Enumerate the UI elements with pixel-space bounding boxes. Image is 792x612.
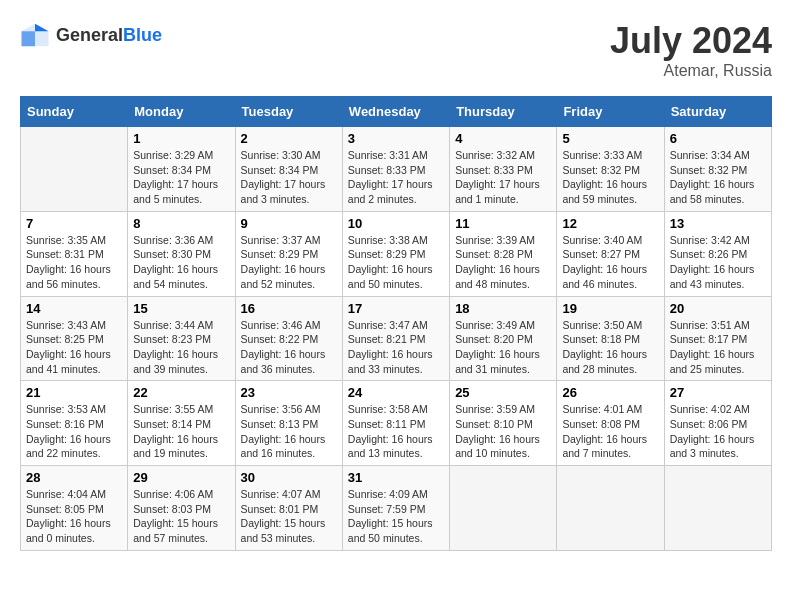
sunrise-text: Sunrise: 3:29 AM (133, 149, 213, 161)
day-number: 12 (562, 216, 658, 231)
calendar-cell: 29 Sunrise: 4:06 AM Sunset: 8:03 PM Dayl… (128, 466, 235, 551)
sunrise-text: Sunrise: 3:38 AM (348, 234, 428, 246)
sunrise-text: Sunrise: 4:06 AM (133, 488, 213, 500)
day-number: 11 (455, 216, 551, 231)
calendar-cell: 7 Sunrise: 3:35 AM Sunset: 8:31 PM Dayli… (21, 211, 128, 296)
day-number: 27 (670, 385, 766, 400)
calendar-cell: 5 Sunrise: 3:33 AM Sunset: 8:32 PM Dayli… (557, 127, 664, 212)
day-number: 3 (348, 131, 444, 146)
logo-text: GeneralBlue (56, 25, 162, 46)
daylight-text: Daylight: 16 hours and 0 minutes. (26, 517, 111, 544)
calendar-table: SundayMondayTuesdayWednesdayThursdayFrid… (20, 96, 772, 551)
page-header: GeneralBlue July 2024 Atemar, Russia (20, 20, 772, 80)
day-info: Sunrise: 4:01 AM Sunset: 8:08 PM Dayligh… (562, 402, 658, 461)
calendar-cell: 2 Sunrise: 3:30 AM Sunset: 8:34 PM Dayli… (235, 127, 342, 212)
daylight-text: Daylight: 16 hours and 19 minutes. (133, 433, 218, 460)
day-info: Sunrise: 3:36 AM Sunset: 8:30 PM Dayligh… (133, 233, 229, 292)
daylight-text: Daylight: 16 hours and 16 minutes. (241, 433, 326, 460)
day-number: 26 (562, 385, 658, 400)
day-info: Sunrise: 3:56 AM Sunset: 8:13 PM Dayligh… (241, 402, 337, 461)
calendar-cell: 14 Sunrise: 3:43 AM Sunset: 8:25 PM Dayl… (21, 296, 128, 381)
calendar-cell: 12 Sunrise: 3:40 AM Sunset: 8:27 PM Dayl… (557, 211, 664, 296)
sunset-text: Sunset: 8:33 PM (348, 164, 426, 176)
calendar-week-row: 1 Sunrise: 3:29 AM Sunset: 8:34 PM Dayli… (21, 127, 772, 212)
calendar-cell: 9 Sunrise: 3:37 AM Sunset: 8:29 PM Dayli… (235, 211, 342, 296)
day-number: 24 (348, 385, 444, 400)
daylight-text: Daylight: 16 hours and 13 minutes. (348, 433, 433, 460)
day-info: Sunrise: 3:34 AM Sunset: 8:32 PM Dayligh… (670, 148, 766, 207)
sunrise-text: Sunrise: 3:56 AM (241, 403, 321, 415)
day-info: Sunrise: 3:53 AM Sunset: 8:16 PM Dayligh… (26, 402, 122, 461)
day-number: 31 (348, 470, 444, 485)
day-info: Sunrise: 3:30 AM Sunset: 8:34 PM Dayligh… (241, 148, 337, 207)
calendar-cell: 23 Sunrise: 3:56 AM Sunset: 8:13 PM Dayl… (235, 381, 342, 466)
daylight-text: Daylight: 16 hours and 10 minutes. (455, 433, 540, 460)
day-number: 15 (133, 301, 229, 316)
sunset-text: Sunset: 8:20 PM (455, 333, 533, 345)
day-info: Sunrise: 3:37 AM Sunset: 8:29 PM Dayligh… (241, 233, 337, 292)
day-info: Sunrise: 3:50 AM Sunset: 8:18 PM Dayligh… (562, 318, 658, 377)
calendar-week-row: 28 Sunrise: 4:04 AM Sunset: 8:05 PM Dayl… (21, 466, 772, 551)
day-info: Sunrise: 4:09 AM Sunset: 7:59 PM Dayligh… (348, 487, 444, 546)
sunset-text: Sunset: 8:32 PM (670, 164, 748, 176)
sunrise-text: Sunrise: 3:34 AM (670, 149, 750, 161)
sunrise-text: Sunrise: 3:31 AM (348, 149, 428, 161)
calendar-cell: 3 Sunrise: 3:31 AM Sunset: 8:33 PM Dayli… (342, 127, 449, 212)
daylight-text: Daylight: 16 hours and 7 minutes. (562, 433, 647, 460)
day-info: Sunrise: 4:02 AM Sunset: 8:06 PM Dayligh… (670, 402, 766, 461)
daylight-text: Daylight: 15 hours and 57 minutes. (133, 517, 218, 544)
calendar-cell: 22 Sunrise: 3:55 AM Sunset: 8:14 PM Dayl… (128, 381, 235, 466)
calendar-cell: 1 Sunrise: 3:29 AM Sunset: 8:34 PM Dayli… (128, 127, 235, 212)
calendar-cell: 26 Sunrise: 4:01 AM Sunset: 8:08 PM Dayl… (557, 381, 664, 466)
calendar-cell: 27 Sunrise: 4:02 AM Sunset: 8:06 PM Dayl… (664, 381, 771, 466)
calendar-cell (450, 466, 557, 551)
daylight-text: Daylight: 16 hours and 33 minutes. (348, 348, 433, 375)
daylight-text: Daylight: 16 hours and 50 minutes. (348, 263, 433, 290)
daylight-text: Daylight: 16 hours and 43 minutes. (670, 263, 755, 290)
sunset-text: Sunset: 8:08 PM (562, 418, 640, 430)
daylight-text: Daylight: 16 hours and 46 minutes. (562, 263, 647, 290)
day-info: Sunrise: 3:35 AM Sunset: 8:31 PM Dayligh… (26, 233, 122, 292)
day-info: Sunrise: 3:51 AM Sunset: 8:17 PM Dayligh… (670, 318, 766, 377)
day-info: Sunrise: 3:32 AM Sunset: 8:33 PM Dayligh… (455, 148, 551, 207)
sunrise-text: Sunrise: 3:30 AM (241, 149, 321, 161)
svg-marker-1 (35, 24, 49, 32)
day-number: 21 (26, 385, 122, 400)
sunrise-text: Sunrise: 3:36 AM (133, 234, 213, 246)
daylight-text: Daylight: 17 hours and 1 minute. (455, 178, 540, 205)
sunset-text: Sunset: 8:34 PM (241, 164, 319, 176)
calendar-cell: 25 Sunrise: 3:59 AM Sunset: 8:10 PM Dayl… (450, 381, 557, 466)
daylight-text: Daylight: 16 hours and 25 minutes. (670, 348, 755, 375)
sunrise-text: Sunrise: 3:39 AM (455, 234, 535, 246)
logo: GeneralBlue (20, 20, 162, 50)
logo-icon (20, 20, 50, 50)
sunrise-text: Sunrise: 3:55 AM (133, 403, 213, 415)
location: Atemar, Russia (610, 62, 772, 80)
daylight-text: Daylight: 17 hours and 3 minutes. (241, 178, 326, 205)
sunset-text: Sunset: 8:29 PM (241, 248, 319, 260)
calendar-cell (21, 127, 128, 212)
day-number: 4 (455, 131, 551, 146)
column-header-thursday: Thursday (450, 97, 557, 127)
daylight-text: Daylight: 16 hours and 39 minutes. (133, 348, 218, 375)
day-info: Sunrise: 3:29 AM Sunset: 8:34 PM Dayligh… (133, 148, 229, 207)
calendar-week-row: 14 Sunrise: 3:43 AM Sunset: 8:25 PM Dayl… (21, 296, 772, 381)
day-number: 8 (133, 216, 229, 231)
calendar-cell: 16 Sunrise: 3:46 AM Sunset: 8:22 PM Dayl… (235, 296, 342, 381)
column-header-monday: Monday (128, 97, 235, 127)
sunrise-text: Sunrise: 3:46 AM (241, 319, 321, 331)
day-number: 22 (133, 385, 229, 400)
day-info: Sunrise: 4:06 AM Sunset: 8:03 PM Dayligh… (133, 487, 229, 546)
day-info: Sunrise: 3:55 AM Sunset: 8:14 PM Dayligh… (133, 402, 229, 461)
day-info: Sunrise: 3:58 AM Sunset: 8:11 PM Dayligh… (348, 402, 444, 461)
day-number: 25 (455, 385, 551, 400)
daylight-text: Daylight: 16 hours and 3 minutes. (670, 433, 755, 460)
column-header-saturday: Saturday (664, 97, 771, 127)
calendar-cell: 30 Sunrise: 4:07 AM Sunset: 8:01 PM Dayl… (235, 466, 342, 551)
calendar-cell: 11 Sunrise: 3:39 AM Sunset: 8:28 PM Dayl… (450, 211, 557, 296)
daylight-text: Daylight: 16 hours and 59 minutes. (562, 178, 647, 205)
sunrise-text: Sunrise: 4:09 AM (348, 488, 428, 500)
sunset-text: Sunset: 8:05 PM (26, 503, 104, 515)
sunset-text: Sunset: 8:16 PM (26, 418, 104, 430)
sunrise-text: Sunrise: 3:51 AM (670, 319, 750, 331)
